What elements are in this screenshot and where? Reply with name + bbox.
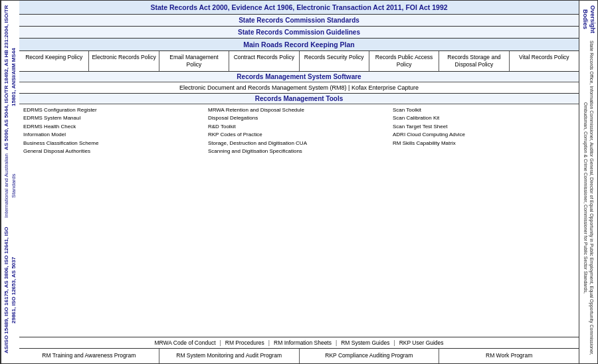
program-cell-3: RM Work Program xyxy=(439,349,579,363)
conduct-bar: MRWA Code of Conduct|RM Procedures|RM In… xyxy=(19,337,579,349)
tool-item: MRWA Retention and Disposal Schedule xyxy=(208,106,390,114)
tools-col-3: Scan ToolkitScan Calibration KitScan Tar… xyxy=(393,106,575,155)
software-section: Records Management System Software Elect… xyxy=(19,72,579,94)
commission-guidelines-text: State Records Commission Guidelines xyxy=(238,29,360,36)
mainroads-text: Main Roads Record Keeping Plan xyxy=(243,41,354,48)
tool-item: Business Classification Scheme xyxy=(23,139,205,147)
policy-cell-4: Records Security Policy xyxy=(300,51,369,71)
tool-item: Scan Toolkit xyxy=(393,106,575,114)
tool-item: Scan Calibration Kit xyxy=(393,114,575,122)
acts-text: State Records Act 2000, Evidence Act 190… xyxy=(150,3,447,11)
conduct-item: RM System Guides xyxy=(341,339,389,346)
conduct-item: MRWA Code of Conduct xyxy=(154,339,215,346)
policy-cell-0: Record Keeping Policy xyxy=(19,51,89,71)
policy-cell-1: Electronic Records Policy xyxy=(89,51,159,71)
tool-item: Disposal Delegations xyxy=(208,114,390,122)
international-standards-label: AS/ISO 15489, ISO 16175, AS 3806, ISO 12… xyxy=(1,1,19,363)
conduct-item: RM Procedures xyxy=(225,339,264,346)
separator: | xyxy=(220,339,221,346)
tool-item: General Disposal Authorities xyxy=(23,147,205,155)
tool-item: Scanning and Digitisation Specifications xyxy=(208,147,390,155)
tools-col-2: MRWA Retention and Disposal ScheduleDisp… xyxy=(208,106,390,155)
policy-cell-2: Email Management Policy xyxy=(159,51,229,71)
commission-guidelines-bar: State Records Commission Guidelines xyxy=(19,27,579,39)
program-cell-0: RM Training and Awareness Program xyxy=(19,349,159,363)
tool-item: Scan Target Test Sheet xyxy=(393,123,575,131)
conduct-item: RKP User Guides xyxy=(399,339,444,346)
commission-standards-text: State Records Commission Standards xyxy=(239,17,359,24)
policy-cell-5: Records Public Access Policy xyxy=(369,51,439,71)
separator: | xyxy=(336,339,337,346)
main-frame: AS/ISO 15489, ISO 16175, AS 3806, ISO 12… xyxy=(0,0,598,364)
tools-col-1: EDRMS Configuration RegisterEDRMS System… xyxy=(23,106,205,155)
oversight-bodies-label: Oversight Bodies State Records Office, I… xyxy=(579,1,597,363)
program-cell-1: RM System Monitoring and Audit Program xyxy=(159,349,300,363)
tool-item: RM Skills Capability Matrix xyxy=(393,139,575,147)
tools-header: Records Management Tools xyxy=(19,94,579,104)
policy-cell-7: Vital Records Policy xyxy=(510,51,579,71)
policy-cell-6: Records Storage and Disposal Policy xyxy=(439,51,509,71)
content-area: State Records Act 2000, Evidence Act 190… xyxy=(19,1,579,363)
policy-cell-3: Contract Records Policy xyxy=(229,51,299,71)
tools-body: EDRMS Configuration RegisterEDRMS System… xyxy=(19,104,579,157)
software-header: Records Management System Software xyxy=(19,72,579,82)
separator: | xyxy=(393,339,395,346)
tool-item: Information Model xyxy=(23,131,205,139)
tool-item: EDRMS Health Check xyxy=(23,123,205,131)
acts-bar: State Records Act 2000, Evidence Act 190… xyxy=(19,1,579,15)
tool-item: R&D Toolkit xyxy=(208,123,390,131)
tools-section: Records Management Tools EDRMS Configura… xyxy=(19,94,579,337)
software-body: Electronic Document and Records Manageme… xyxy=(19,82,579,93)
program-cell-2: RKP Compliance Auditing Program xyxy=(300,349,440,363)
conduct-item: RM Information Sheets xyxy=(274,339,332,346)
commission-standards-bar: State Records Commission Standards xyxy=(19,15,579,27)
policies-section: Record Keeping PolicyElectronic Records … xyxy=(19,51,579,72)
tool-item: RKP Codes of Practice xyxy=(208,131,390,139)
mainroads-bar: Main Roads Record Keeping Plan xyxy=(19,39,579,51)
programs-section: RM Training and Awareness ProgramRM Syst… xyxy=(19,349,579,363)
tool-item: EDRMS Configuration Register xyxy=(23,106,205,114)
separator: | xyxy=(268,339,270,346)
tool-item: Storage, Destruction and Digitisation CU… xyxy=(208,139,390,147)
tool-item: EDRMS System Manaul xyxy=(23,114,205,122)
tool-item: ADRI Cloud Computing Advice xyxy=(393,131,575,139)
